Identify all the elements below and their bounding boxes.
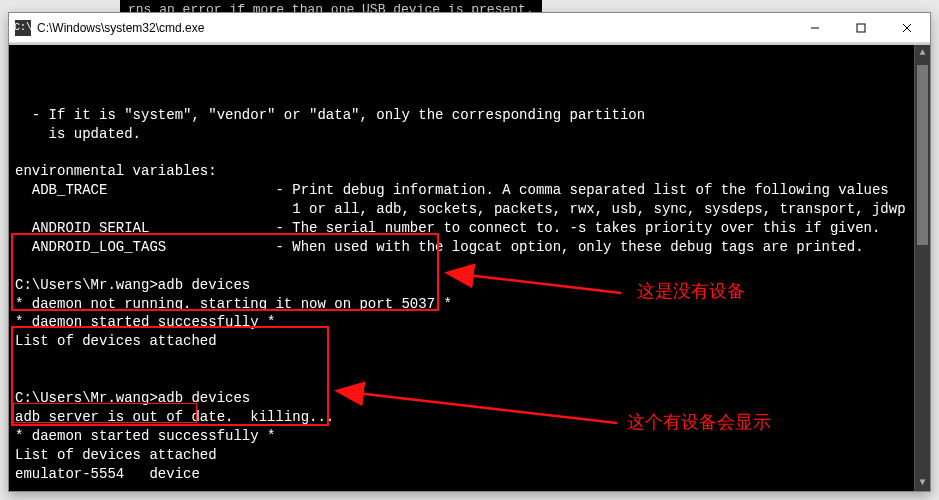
terminal-area[interactable]: - If it is "system", "vendor" or "data",… (9, 43, 930, 491)
svg-rect-1 (857, 24, 865, 32)
scroll-up-arrow-icon[interactable]: ▲ (915, 45, 930, 61)
cmd-window: C:\ C:\Windows\system32\cmd.exe - If it … (8, 12, 931, 492)
cmd-icon: C:\ (15, 20, 31, 36)
window-controls (792, 13, 930, 42)
title-bar[interactable]: C:\ C:\Windows\system32\cmd.exe (9, 13, 930, 43)
terminal-output: - If it is "system", "vendor" or "data",… (15, 87, 924, 491)
minimize-button[interactable] (792, 13, 838, 42)
close-button[interactable] (884, 13, 930, 42)
window-title: C:\Windows\system32\cmd.exe (37, 21, 792, 35)
maximize-button[interactable] (838, 13, 884, 42)
